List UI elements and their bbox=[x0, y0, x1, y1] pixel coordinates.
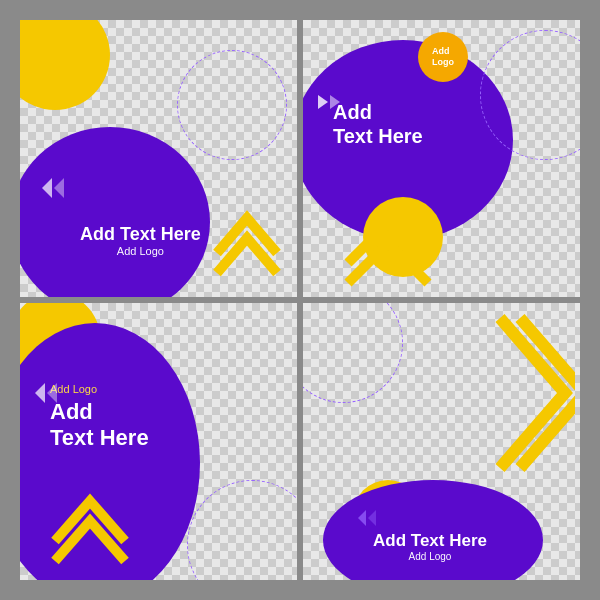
card-bottom-right: Add Text Here Add Logo bbox=[303, 303, 580, 580]
purple-blob-decoration bbox=[323, 480, 543, 580]
yellow-chevrons-decoration bbox=[50, 496, 130, 570]
svg-marker-5 bbox=[47, 383, 57, 403]
card-4-text-block: Add Text Here Add Logo bbox=[373, 531, 487, 562]
card-1-text-block: Add Text Here Add Logo bbox=[80, 224, 201, 257]
triangle-decoration bbox=[35, 383, 65, 407]
card-bottom-left: Add Logo AddText Here bbox=[20, 303, 297, 580]
template-grid: Add Text Here Add Logo AddLogo AddText H… bbox=[20, 20, 580, 580]
dashed-circle-decoration bbox=[187, 480, 297, 580]
svg-marker-3 bbox=[330, 95, 340, 109]
logo-box: AddLogo bbox=[418, 32, 468, 82]
svg-marker-0 bbox=[42, 178, 52, 198]
svg-marker-7 bbox=[368, 510, 376, 526]
svg-marker-4 bbox=[35, 383, 45, 403]
svg-marker-2 bbox=[318, 95, 328, 109]
play-icons-decoration bbox=[318, 95, 342, 109]
yellow-chevrons-right-decoration bbox=[485, 308, 575, 482]
card-2-main-text: AddText Here bbox=[333, 100, 423, 148]
card-4-main-text: Add Text Here bbox=[373, 531, 487, 551]
card-top-right: AddLogo AddText Here bbox=[303, 20, 580, 297]
card-1-main-text: Add Text Here bbox=[80, 224, 201, 245]
logo-text: AddLogo bbox=[432, 46, 454, 68]
purple-blob-decoration bbox=[20, 127, 210, 297]
svg-marker-6 bbox=[358, 510, 366, 526]
card-top-left: Add Text Here Add Logo bbox=[20, 20, 297, 297]
dashed-circle-decoration bbox=[303, 303, 403, 403]
svg-marker-1 bbox=[54, 178, 64, 198]
card-4-sub-text: Add Logo bbox=[373, 551, 487, 562]
yellow-circle-decoration bbox=[20, 20, 110, 110]
triangle-decoration bbox=[358, 510, 378, 530]
yellow-chevrons-decoration bbox=[343, 218, 433, 292]
card-1-sub-text: Add Logo bbox=[80, 245, 201, 257]
triangle-decoration bbox=[42, 178, 72, 202]
yellow-chevrons-decoration bbox=[207, 203, 287, 287]
dashed-circle-decoration bbox=[177, 50, 287, 160]
card-2-text-block: AddText Here bbox=[333, 100, 423, 148]
